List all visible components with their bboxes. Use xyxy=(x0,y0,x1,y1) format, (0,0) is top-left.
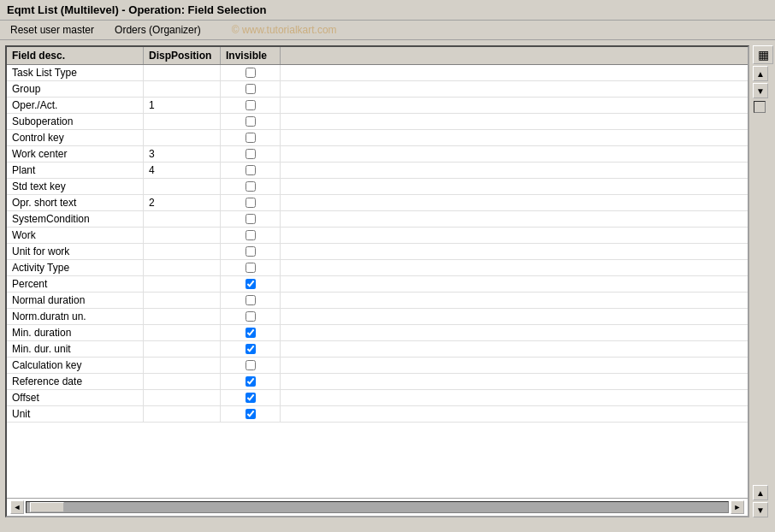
disp-position-cell xyxy=(144,309,221,324)
field-name-cell: Min. duration xyxy=(7,325,144,340)
v-scroll-down-btn[interactable]: ▼ xyxy=(753,502,768,517)
table-row: Plant4 xyxy=(7,163,748,179)
field-name-cell: Opr. short text xyxy=(7,195,144,210)
table-row: SystemCondition xyxy=(7,211,748,228)
invisible-checkbox[interactable] xyxy=(246,409,256,419)
table-row: Min. duration xyxy=(7,325,748,341)
invisible-checkbox[interactable] xyxy=(246,376,256,387)
invisible-checkbox[interactable] xyxy=(246,84,256,94)
title-bar: Eqmt List (Multilevel) - Operation: Fiel… xyxy=(0,0,775,21)
invisible-cell xyxy=(221,293,281,308)
field-name-cell: Activity Type xyxy=(7,260,144,275)
field-name-cell: Reference date xyxy=(7,374,144,389)
field-name-cell: Norm.duratn un. xyxy=(7,309,144,324)
field-name-cell: SystemCondition xyxy=(7,211,144,227)
invisible-cell xyxy=(221,65,281,80)
table-row: Work center3 xyxy=(7,146,748,163)
h-scroll-left-btn[interactable]: ◄ xyxy=(10,500,24,514)
scroll-up-btn[interactable]: ▲ xyxy=(753,66,768,81)
invisible-cell xyxy=(221,114,281,129)
table-row: Offset xyxy=(7,390,748,406)
grid-icon-btn[interactable]: ▦ xyxy=(753,45,773,64)
disp-position-cell xyxy=(144,114,221,129)
field-name-cell: Unit xyxy=(7,406,144,422)
scroll-indicator[interactable] xyxy=(754,101,766,113)
field-name-cell: Task List Type xyxy=(7,65,144,80)
field-name-cell: Suboperation xyxy=(7,114,144,129)
field-name-cell: Control key xyxy=(7,130,144,145)
invisible-cell xyxy=(221,276,281,292)
table-row: Reference date xyxy=(7,374,748,390)
invisible-checkbox[interactable] xyxy=(246,181,256,192)
h-scroll-track[interactable] xyxy=(26,501,729,513)
table-row: Calculation key xyxy=(7,358,748,374)
invisible-checkbox[interactable] xyxy=(246,311,256,322)
disp-position-cell: 3 xyxy=(144,146,221,162)
table-row: Opr. short text2 xyxy=(7,195,748,211)
disp-position-cell: 4 xyxy=(144,163,221,178)
invisible-cell xyxy=(221,130,281,145)
invisible-checkbox[interactable] xyxy=(246,393,256,403)
invisible-checkbox[interactable] xyxy=(246,344,256,354)
invisible-cell xyxy=(221,163,281,178)
disp-position-cell xyxy=(144,179,221,194)
disp-position-cell xyxy=(144,341,221,357)
invisible-checkbox[interactable] xyxy=(246,214,256,224)
disp-position-cell xyxy=(144,325,221,340)
h-scroll-thumb[interactable] xyxy=(30,502,64,512)
field-name-cell: Offset xyxy=(7,390,144,405)
table-header: Field desc. DispPosition Invisible xyxy=(7,47,748,65)
v-scroll-up-btn[interactable]: ▲ xyxy=(753,485,768,500)
invisible-cell xyxy=(221,98,281,113)
col-header-invisible: Invisible xyxy=(221,47,281,64)
disp-position-cell xyxy=(144,358,221,373)
invisible-checkbox[interactable] xyxy=(246,133,256,143)
invisible-checkbox[interactable] xyxy=(246,165,256,175)
scroll-down-btn[interactable]: ▼ xyxy=(753,83,768,98)
table-row: Activity Type xyxy=(7,260,748,276)
field-name-cell: Plant xyxy=(7,163,144,178)
table-row: Norm.duratn un. xyxy=(7,309,748,325)
field-name-cell: Unit for work xyxy=(7,244,144,259)
invisible-checkbox[interactable] xyxy=(246,230,256,240)
disp-position-cell xyxy=(144,244,221,259)
invisible-checkbox[interactable] xyxy=(246,149,256,159)
disp-position-cell xyxy=(144,406,221,422)
invisible-cell xyxy=(221,260,281,275)
table-row: Normal duration xyxy=(7,293,748,309)
invisible-cell xyxy=(221,179,281,194)
field-name-cell: Group xyxy=(7,81,144,97)
invisible-checkbox[interactable] xyxy=(246,279,256,289)
table-row: Percent xyxy=(7,276,748,293)
right-sidebar: ▦ ▲ ▼ ▲ ▼ xyxy=(753,45,770,517)
disp-position-cell xyxy=(144,293,221,308)
invisible-checkbox[interactable] xyxy=(246,198,256,208)
field-name-cell: Calculation key xyxy=(7,358,144,373)
invisible-checkbox[interactable] xyxy=(246,68,256,78)
invisible-cell xyxy=(221,406,281,422)
table-row: Task List Type xyxy=(7,65,748,81)
invisible-checkbox[interactable] xyxy=(246,116,256,127)
table-row: Work xyxy=(7,228,748,244)
disp-position-cell xyxy=(144,228,221,243)
table-row: Std text key xyxy=(7,179,748,195)
invisible-checkbox[interactable] xyxy=(246,263,256,273)
invisible-checkbox[interactable] xyxy=(246,360,256,370)
invisible-checkbox[interactable] xyxy=(246,100,256,110)
invisible-checkbox[interactable] xyxy=(246,246,256,257)
menu-orders-organizer[interactable]: Orders (Organizer) xyxy=(111,22,204,38)
main-content: Field desc. DispPosition Invisible Task … xyxy=(0,40,775,523)
table-row: Oper./Act.1 xyxy=(7,98,748,114)
table-row: Group xyxy=(7,81,748,98)
field-name-cell: Min. dur. unit xyxy=(7,341,144,357)
invisible-checkbox[interactable] xyxy=(246,295,256,305)
disp-position-cell xyxy=(144,65,221,80)
h-scroll-right-btn[interactable]: ► xyxy=(731,500,744,514)
col-header-field-desc: Field desc. xyxy=(7,47,144,64)
menu-reset-user-master[interactable]: Reset user master xyxy=(7,22,98,38)
invisible-cell xyxy=(221,195,281,210)
disp-position-cell xyxy=(144,81,221,97)
disp-position-cell xyxy=(144,390,221,405)
menu-bar: Reset user master Orders (Organizer) © w… xyxy=(0,21,775,40)
invisible-checkbox[interactable] xyxy=(246,328,256,338)
